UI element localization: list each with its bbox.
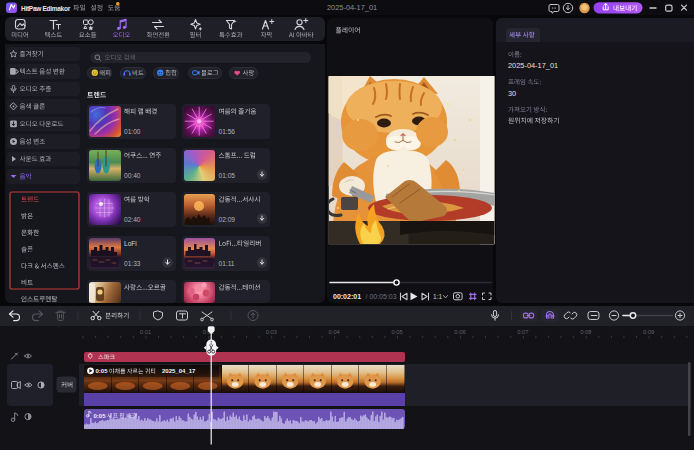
svg-text:0:04: 0:04 [329,329,341,335]
svg-text:02:09: 02:09 [219,216,236,223]
svg-text:30: 30 [508,89,516,98]
svg-text:2025_04_17: 2025_04_17 [162,368,196,374]
svg-text:01:05: 01:05 [219,172,236,179]
svg-text:00:02:01: 00:02:01 [333,293,361,300]
svg-text:HitPaw Edimakor: HitPaw Edimakor [21,5,71,12]
svg-text:01:33: 01:33 [124,260,141,267]
svg-text:01:11: 01:11 [219,260,235,267]
svg-text:0:08: 0:08 [580,329,591,335]
svg-text:0:05: 0:05 [391,329,402,335]
svg-text:0:06: 0:06 [454,329,465,335]
svg-text:0:01: 0:01 [140,329,151,335]
svg-text:0:07: 0:07 [517,329,528,335]
svg-text:01:00: 01:00 [124,128,141,135]
svg-text:0:05: 0:05 [94,413,107,419]
svg-text:2025-04-17_01: 2025-04-17_01 [508,61,558,70]
svg-text:01:56: 01:56 [219,128,236,135]
svg-text:0:05: 0:05 [96,368,109,374]
svg-text:02:40: 02:40 [124,216,141,223]
svg-text:0:09: 0:09 [643,329,654,335]
svg-text:00:40: 00:40 [124,172,141,179]
svg-text:/ 00:05:03: / 00:05:03 [366,293,397,300]
svg-text:2025-04-17_01: 2025-04-17_01 [327,3,377,12]
svg-text:0:03: 0:03 [266,329,277,335]
svg-text:LoFi: LoFi [124,240,137,247]
svg-text:1:1: 1:1 [433,293,442,300]
